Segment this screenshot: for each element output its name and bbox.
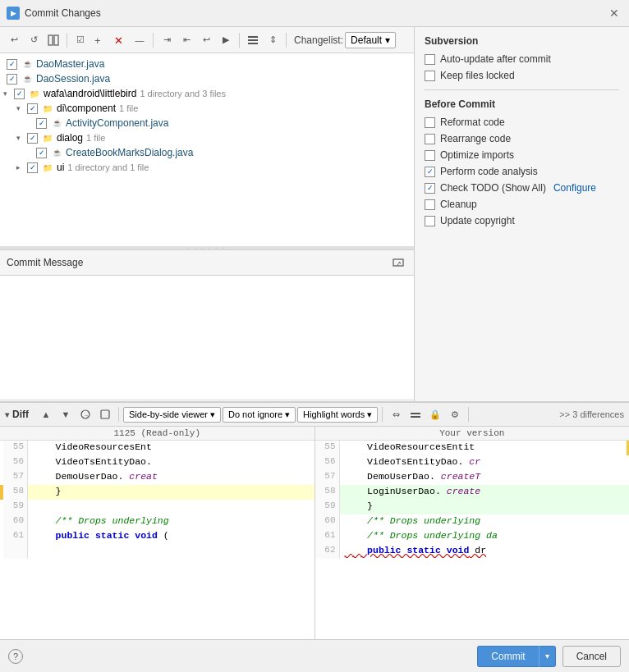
add-button[interactable]: + xyxy=(91,31,109,49)
commit-message-section: Commit Message ↗ xyxy=(0,249,414,401)
ignore-dropdown[interactable]: Do not ignore ▾ xyxy=(223,407,296,423)
diff-lock-button[interactable]: 🔒 xyxy=(426,405,444,423)
commit-button-group: Commit ▾ xyxy=(477,646,555,667)
checkbox-keep-files[interactable] xyxy=(425,71,435,81)
dialog-meta: 1 file xyxy=(86,133,105,143)
tree-item-ui[interactable]: ▸ ✓ 📁 ui 1 directory and 1 file xyxy=(0,160,414,175)
commit-dropdown-button[interactable]: ▾ xyxy=(539,646,556,667)
checkbox-rearrange[interactable] xyxy=(425,134,435,144)
file-tree[interactable]: ✓ ☕ DaoMaster.java ✓ ☕ DaoSession.java ▾… xyxy=(0,53,414,246)
diff-sep-3 xyxy=(468,407,469,422)
diff-more-button[interactable]: ⚙ xyxy=(446,405,464,423)
refresh-button[interactable]: ↩ xyxy=(5,31,23,49)
diff-left-lines[interactable]: 55 VideoResourcesEnt 56 VideoTsEntityDao… xyxy=(0,441,314,635)
diff-right-num-57: 57 xyxy=(315,470,340,485)
diff-up-button[interactable]: ▲ xyxy=(37,405,55,423)
tree-item-di[interactable]: ▾ ✓ 📁 di\component 1 file xyxy=(0,101,414,116)
svg-text:→: → xyxy=(84,413,90,418)
checkbox-perform-analysis[interactable]: ✓ xyxy=(425,167,435,177)
revert-button[interactable]: ↺ xyxy=(25,31,43,49)
diff-right-num-59: 59 xyxy=(315,500,340,514)
diff-settings-button[interactable] xyxy=(96,405,114,423)
bottom-bar: ? Commit ▾ Cancel xyxy=(0,639,629,672)
changelist-value: Default xyxy=(351,34,382,46)
check-all-button[interactable]: ☑ xyxy=(71,31,90,49)
checkbox-createbookmarks[interactable]: ✓ xyxy=(36,148,47,158)
diff-down-button[interactable]: ▼ xyxy=(57,405,75,423)
optimize-row: Optimize imports xyxy=(425,149,619,161)
tree-item-daosession[interactable]: ✓ ☕ DaoSession.java xyxy=(0,71,414,86)
ignore-selected: Do not ignore xyxy=(228,409,282,419)
commit-message-input[interactable] xyxy=(0,276,414,399)
jump-button[interactable]: ↩ xyxy=(197,31,215,49)
java-icon-daosession: ☕ xyxy=(21,73,34,85)
files-toolbar: ↩ ↺ ☑ + ✕ — ⇥ ⇤ ↩ ▶ ⇕ Change xyxy=(0,27,414,53)
changelist-dropdown[interactable]: Default ▾ xyxy=(345,32,396,48)
checkbox-optimize[interactable] xyxy=(425,150,435,161)
diff-title-label: Diff xyxy=(12,409,29,420)
close-button[interactable]: ✕ xyxy=(606,5,622,21)
checkbox-dialog[interactable]: ✓ xyxy=(27,133,38,144)
tree-item-daomaster[interactable]: ✓ ☕ DaoMaster.java xyxy=(0,57,414,71)
diff-left-line-55: 55 VideoResourcesEnt xyxy=(0,441,314,455)
reformat-row: Reformat code xyxy=(425,117,619,128)
history-button[interactable]: ▶ xyxy=(217,31,235,49)
help-button[interactable]: ? xyxy=(8,649,23,664)
tree-item-wafa[interactable]: ▾ ✓ 📁 wafa\android\littlebird 1 director… xyxy=(0,86,414,101)
commit-button[interactable]: Commit xyxy=(477,646,538,667)
checkbox-cleanup[interactable] xyxy=(425,199,435,210)
checkbox-daosession[interactable]: ✓ xyxy=(7,74,17,85)
diff-left-line-62 xyxy=(0,544,314,559)
folder-icon-ui: 📁 xyxy=(41,162,54,173)
auto-update-row: Auto-update after commit xyxy=(425,53,619,65)
checkbox-update-copyright[interactable] xyxy=(425,216,435,226)
viewer-dropdown[interactable]: Side-by-side viewer ▾ xyxy=(123,407,221,423)
diff-collapse-button[interactable] xyxy=(406,405,425,423)
diff-left-header: 1125 (Read-only) xyxy=(0,427,314,441)
checkbox-daomaster[interactable]: ✓ xyxy=(7,59,17,70)
configure-link[interactable]: Configure xyxy=(553,182,596,194)
optimize-label: Optimize imports xyxy=(440,149,514,161)
tree-item-createbookmarks[interactable]: ✓ ☕ CreateBookMarksDialog.java xyxy=(0,145,414,160)
left-panel: ↩ ↺ ☑ + ✕ — ⇥ ⇤ ↩ ▶ ⇕ Change xyxy=(0,27,415,401)
toolbar-sep-2 xyxy=(153,33,154,48)
checkbox-auto-update[interactable] xyxy=(425,54,435,65)
checkbox-activity[interactable]: ✓ xyxy=(36,118,47,129)
checkbox-check-todo[interactable]: ✓ xyxy=(425,183,435,194)
checkbox-di[interactable]: ✓ xyxy=(27,103,38,114)
viewer-arrow-icon: ▾ xyxy=(210,409,215,420)
diff-button[interactable] xyxy=(44,31,62,49)
expand-button[interactable]: ⇕ xyxy=(264,31,282,49)
checkbox-wafa[interactable]: ✓ xyxy=(14,89,25,99)
diff-left-line-56: 56 VideoTsEntityDao. xyxy=(0,455,314,470)
diff-left-panel: 1125 (Read-only) 55 VideoResourcesEnt 56… xyxy=(0,427,314,639)
ignore-button[interactable]: — xyxy=(131,31,149,49)
diff-left-content-60: /** Drops underlying xyxy=(28,514,314,529)
diff-jump-button[interactable]: → xyxy=(76,405,94,423)
toolbar-sep-3 xyxy=(239,33,240,48)
cancel-button[interactable]: Cancel xyxy=(562,646,621,667)
tree-item-dialog[interactable]: ▾ ✓ 📁 dialog 1 file xyxy=(0,130,414,145)
diff-toggle-icon[interactable]: ▾ xyxy=(5,410,9,419)
diff-right-num-58: 58 xyxy=(315,485,340,500)
checkbox-reformat[interactable] xyxy=(425,117,435,128)
diff-right-num-56: 56 xyxy=(315,455,340,470)
diff-sep-2 xyxy=(382,407,383,422)
move-button[interactable]: ⇥ xyxy=(158,31,176,49)
keep-files-row: Keep files locked xyxy=(425,70,619,81)
diff-section: ▾ Diff ▲ ▼ → Side-by-side viewer ▾ Do no… xyxy=(0,401,629,639)
wafa-meta: 1 directory and 3 files xyxy=(140,89,226,98)
group-button[interactable] xyxy=(244,31,262,49)
revert2-button[interactable]: ⇤ xyxy=(177,31,195,49)
highlight-arrow-icon: ▾ xyxy=(367,409,372,420)
checkbox-ui[interactable]: ✓ xyxy=(27,162,38,173)
diff-left-content-55: VideoResourcesEnt xyxy=(28,441,314,455)
highlight-selected: Highlight words xyxy=(303,409,365,419)
tree-item-activity[interactable]: ✓ ☕ ActivityComponent.java xyxy=(0,116,414,130)
highlight-dropdown[interactable]: Highlight words ▾ xyxy=(297,407,378,423)
expand-message-button[interactable]: ↗ xyxy=(389,254,407,272)
remove-button[interactable]: ✕ xyxy=(111,31,129,49)
diff-align-button[interactable]: ⇔ xyxy=(387,405,405,423)
diff-right-lines[interactable]: 55 VideoResourcesEntit 56 VideoTsEntityD… xyxy=(315,441,630,635)
changelist-arrow-icon: ▾ xyxy=(385,34,390,46)
